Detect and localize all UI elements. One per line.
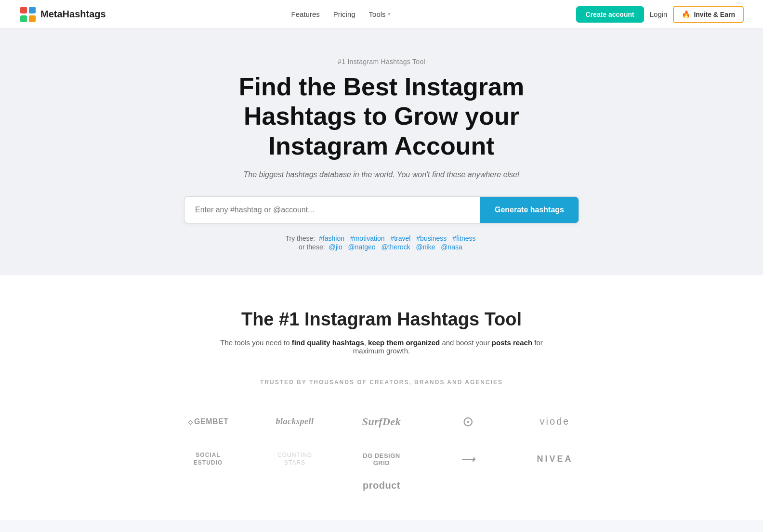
svg-rect-0 <box>20 7 27 13</box>
hero-section: #1 Instagram Hashtags Tool Find the Best… <box>0 29 763 275</box>
nav-link-tools[interactable]: Tools ▾ <box>369 10 391 18</box>
features-description: The tools you need to find quality hasht… <box>213 338 550 355</box>
try-tag-fashion[interactable]: #fashion <box>319 234 344 242</box>
hashtag-search-input[interactable] <box>184 197 480 223</box>
or-account-natgeo[interactable]: @natgeo <box>348 243 376 251</box>
or-account-jio[interactable]: @jio <box>329 243 342 251</box>
hero-title: Find the Best Instagram Hashtags to Grow… <box>184 72 579 161</box>
invite-earn-button[interactable]: 🔥 Invite & Earn <box>673 6 744 23</box>
svg-rect-1 <box>29 7 36 13</box>
svg-rect-2 <box>20 15 27 22</box>
search-bar: Generate hashtags <box>184 196 579 223</box>
logo-product: product <box>343 475 420 496</box>
nav-links: Features Pricing Tools ▾ <box>291 10 391 18</box>
bottom-section: Find the Best Hashtags for Instagram Gen… <box>0 520 763 532</box>
or-account-nike[interactable]: @nike <box>416 243 435 251</box>
brand-logo-grid: ◇GEMBET blackspell SurfDek ⊙ viode SOCIA… <box>165 405 598 475</box>
generate-hashtags-button[interactable]: Generate hashtags <box>480 197 579 223</box>
diamond-icon: ◇ <box>188 418 193 426</box>
try-tag-fitness[interactable]: #fitness <box>452 234 475 242</box>
features-section: The #1 Instagram Hashtags Tool The tools… <box>0 275 763 520</box>
try-tag-business[interactable]: #business <box>416 234 447 242</box>
create-account-button[interactable]: Create account <box>576 6 644 23</box>
logo-viode: viode <box>512 405 598 438</box>
navbar: MetaHashtags Features Pricing Tools ▾ Cr… <box>0 0 763 29</box>
or-these-row: or these: @jio @natgeo @therock @nike @n… <box>10 243 753 251</box>
features-title: The #1 Instagram Hashtags Tool <box>10 309 753 330</box>
or-account-therock[interactable]: @therock <box>382 243 410 251</box>
try-these-label: Try these: #fashion #motivation #travel … <box>285 234 477 242</box>
logo-arrow-agency: ⟶ <box>425 443 512 475</box>
try-tag-motivation[interactable]: #motivation <box>350 234 385 242</box>
logo-social-estudio: SOCIALESTUDIO <box>165 443 251 475</box>
svg-rect-3 <box>29 15 36 22</box>
try-tag-travel[interactable]: #travel <box>390 234 410 242</box>
logo-counting-stars: COUNTINGstars <box>251 443 338 475</box>
logo-text: MetaHashtags <box>40 9 106 20</box>
logo-gembet: ◇GEMBET <box>165 405 251 438</box>
logo-nivea: NIVEA <box>512 443 598 475</box>
logo-surfdek: SurfDek <box>338 405 425 438</box>
logo-dg-design-grid: DG DESIGNGRID <box>338 443 425 475</box>
try-these-row: Try these: #fashion #motivation #travel … <box>10 234 753 243</box>
logo-circle-brand: ⊙ <box>425 405 512 438</box>
logo-blackspell: blackspell <box>251 405 338 438</box>
logo-icon <box>19 6 37 23</box>
hero-description: The biggest hashtags database in the wor… <box>10 170 753 179</box>
or-these-label: or these: @jio @natgeo @therock @nike @n… <box>299 243 464 251</box>
tools-chevron-icon: ▾ <box>388 11 391 17</box>
flame-icon: 🔥 <box>682 10 691 19</box>
nav-link-pricing[interactable]: Pricing <box>333 10 355 18</box>
hero-sub-label: #1 Instagram Hashtags Tool <box>10 58 753 65</box>
login-button[interactable]: Login <box>650 10 668 18</box>
or-account-nasa[interactable]: @nasa <box>441 243 462 251</box>
nav-actions: Create account Login 🔥 Invite & Earn <box>576 6 744 23</box>
trusted-label: TRUSTED BY THOUSANDS OF CREATORS, BRANDS… <box>10 379 753 386</box>
nav-link-features[interactable]: Features <box>291 10 320 18</box>
logo-link[interactable]: MetaHashtags <box>19 6 106 23</box>
